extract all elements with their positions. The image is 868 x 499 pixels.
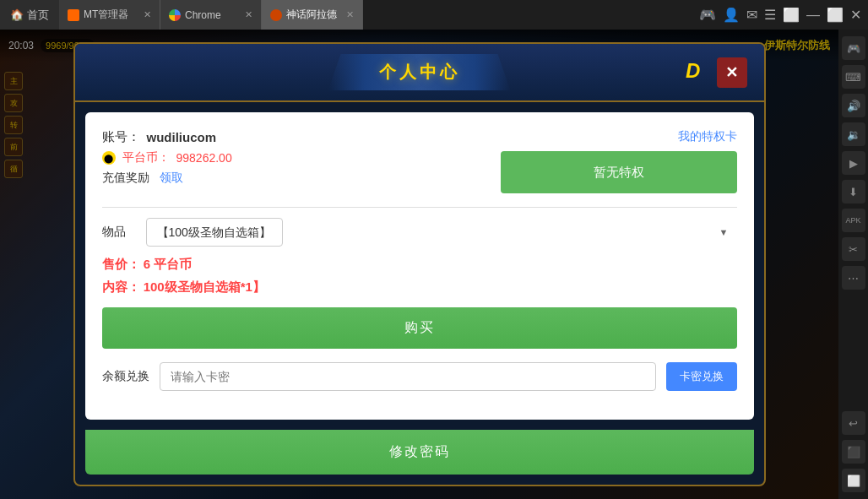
currency-row: ⬤ 平台币： 998262.00 <box>102 150 484 165</box>
exchange-label: 余额兑换 <box>102 369 149 384</box>
mt-icon <box>68 9 79 21</box>
game-area: 20:03 9969/9969 伊斯特尔防线 主 攻 转 前 循 个人中心 D … <box>0 30 838 499</box>
svg-text:D: D <box>686 59 700 82</box>
account-info-left: 账号： wudiliucom ⬤ 平台币： 998262.00 充值奖励 领取 <box>102 129 484 193</box>
item-row: 物品 【100级圣物自选箱】 <box>102 218 737 247</box>
myth-icon <box>270 9 282 21</box>
modal-logo: D <box>684 57 709 88</box>
personal-center-modal: 个人中心 D ✕ 账号： wudiliucom <box>73 42 766 486</box>
taskbar-right-controls: 🎮 👤 ✉ ☰ ⬜ — ⬜ ✕ <box>699 7 868 23</box>
window-icon[interactable]: ⬜ <box>783 7 800 23</box>
content-label: 内容： <box>102 279 140 294</box>
tab-mt-close[interactable]: ✕ <box>144 9 151 20</box>
sidebar-keyboard-btn[interactable]: ⌨ <box>842 65 865 89</box>
taskbar: 🏠 首页 MT管理器 ✕ Chrome ✕ 神话阿拉德 ✕ 🎮 👤 ✉ ☰ ⬜ … <box>0 0 868 30</box>
close-window-icon[interactable]: ✕ <box>850 7 861 23</box>
modal-close-button[interactable]: ✕ <box>717 57 747 88</box>
item-label: 物品 <box>102 225 136 240</box>
user-icon[interactable]: 👤 <box>723 7 740 23</box>
content-value: 100级圣物自选箱*1】 <box>144 279 265 294</box>
price-value: 6 平台币 <box>144 257 193 271</box>
privilege-section: 我的特权卡 暂无特权 <box>501 129 737 193</box>
mail-icon[interactable]: ✉ <box>746 7 757 23</box>
recharge-link[interactable]: 领取 <box>160 171 183 186</box>
currency-label: 平台币： <box>122 150 170 165</box>
price-row: 售价： 6 平台币 <box>102 257 737 273</box>
username-row: 账号： wudiliucom <box>102 129 484 145</box>
tab-mt[interactable]: MT管理器 ✕ <box>59 0 160 30</box>
sidebar-play-btn[interactable]: ▶ <box>842 151 865 175</box>
item-select[interactable]: 【100级圣物自选箱】 <box>146 218 283 247</box>
privilege-link[interactable]: 我的特权卡 <box>501 129 737 144</box>
account-section: 账号： wudiliucom ⬤ 平台币： 998262.00 充值奖励 领取 <box>102 129 737 193</box>
menu-icon[interactable]: ☰ <box>764 7 776 23</box>
tab-myth-close[interactable]: ✕ <box>346 9 354 20</box>
sidebar-volume-up-btn[interactable]: 🔊 <box>842 94 865 117</box>
tab-chrome[interactable]: Chrome ✕ <box>160 0 262 30</box>
buy-button[interactable]: 购买 <box>102 307 737 349</box>
modal-title-banner: 个人中心 <box>328 54 511 90</box>
minimize-icon[interactable]: — <box>806 8 820 23</box>
tab-myth-label: 神话阿拉德 <box>286 8 337 22</box>
home-tab[interactable]: 🏠 首页 <box>0 0 59 30</box>
chrome-icon <box>169 9 181 21</box>
home-label: 首页 <box>27 8 49 23</box>
tab-chrome-label: Chrome <box>185 9 221 21</box>
modal-header: 个人中心 D ✕ <box>75 44 764 102</box>
account-label: 账号： <box>102 129 140 145</box>
divider-1 <box>102 207 737 208</box>
sidebar-gamepad-btn[interactable]: 🎮 <box>842 36 865 60</box>
recharge-label: 充值奖励 <box>102 171 149 186</box>
sidebar-download-btn[interactable]: ⬇ <box>842 180 865 203</box>
privilege-text: 暂无特权 <box>594 165 644 181</box>
recharge-row: 充值奖励 领取 <box>102 171 484 186</box>
sidebar-back-btn[interactable]: ↩ <box>842 411 865 435</box>
item-select-wrapper: 【100级圣物自选箱】 <box>146 218 737 247</box>
sidebar-recents-btn[interactable]: ⬜ <box>842 469 865 492</box>
modal-body: 账号： wudiliucom ⬤ 平台币： 998262.00 充值奖励 领取 <box>85 112 754 420</box>
change-password-label: 修改密码 <box>389 444 450 458</box>
home-icon: 🏠 <box>10 8 24 21</box>
sidebar-scissors-btn[interactable]: ✂ <box>842 237 865 261</box>
sidebar-home-btn[interactable]: ⬛ <box>842 440 865 464</box>
currency-value: 998262.00 <box>176 151 232 165</box>
sidebar-apk-btn[interactable]: APK <box>842 209 865 232</box>
maximize-icon[interactable]: ⬜ <box>827 7 844 23</box>
price-label: 售价： <box>102 257 140 271</box>
exchange-button[interactable]: 卡密兑换 <box>666 362 737 391</box>
modal-title: 个人中心 <box>379 62 460 81</box>
modal-overlay: 个人中心 D ✕ 账号： wudiliucom <box>0 30 838 499</box>
sidebar-volume-down-btn[interactable]: 🔉 <box>842 122 865 146</box>
gamepad-icon[interactable]: 🎮 <box>699 7 716 23</box>
right-sidebar: 🎮 ⌨ 🔊 🔉 ▶ ⬇ APK ✂ ⋯ ↩ ⬛ ⬜ <box>838 30 868 499</box>
account-username: wudiliucom <box>147 130 217 144</box>
sidebar-more-btn[interactable]: ⋯ <box>842 266 865 290</box>
exchange-section: 余额兑换 卡密兑换 <box>102 362 737 391</box>
currency-icon: ⬤ <box>102 151 116 165</box>
tab-mt-label: MT管理器 <box>84 8 128 22</box>
privilege-box: 暂无特权 <box>501 151 737 193</box>
tab-myth[interactable]: 神话阿拉德 ✕ <box>262 0 363 30</box>
content-row: 内容： 100级圣物自选箱*1】 <box>102 279 737 296</box>
card-secret-input[interactable] <box>160 362 656 391</box>
item-section: 物品 【100级圣物自选箱】 售价： 6 平台币 内容： 100级圣 <box>102 218 737 391</box>
tab-chrome-close[interactable]: ✕ <box>245 9 252 20</box>
change-password-footer[interactable]: 修改密码 <box>85 430 754 475</box>
